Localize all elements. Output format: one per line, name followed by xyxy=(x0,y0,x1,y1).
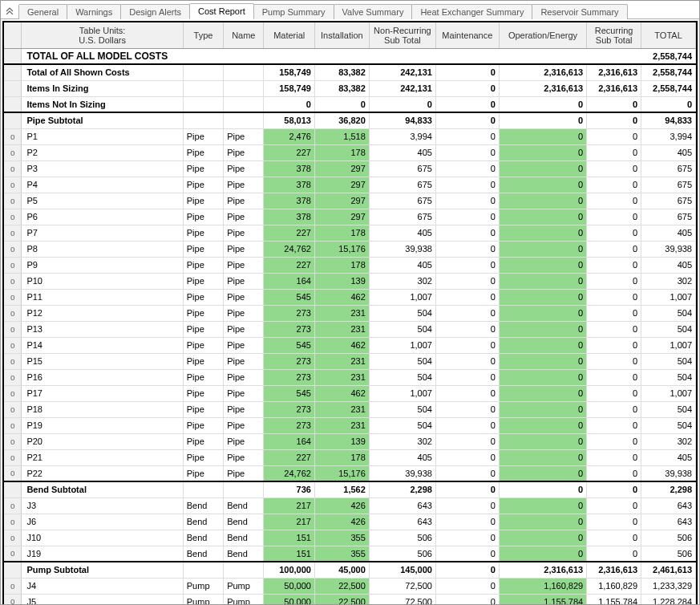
row-label[interactable]: J10 xyxy=(22,530,183,546)
grand-total-label[interactable]: TOTAL OF ALL MODEL COSTS xyxy=(22,48,641,64)
cell-total[interactable]: 2,558,744 xyxy=(641,64,696,80)
row-label[interactable]: P20 xyxy=(22,433,183,449)
cell-type[interactable]: Pipe xyxy=(183,353,223,369)
cell-operation-energy[interactable]: 0 xyxy=(499,96,586,112)
cell-material[interactable]: 217 xyxy=(264,514,314,530)
cell-material[interactable]: 227 xyxy=(264,225,314,241)
cell-recurring-subtotal[interactable]: 1,155,784 xyxy=(587,594,641,604)
cell-material[interactable]: 227 xyxy=(264,144,314,160)
row-marker[interactable]: o xyxy=(4,465,22,481)
cell-total[interactable]: 405 xyxy=(641,257,696,273)
cell-installation[interactable]: 45,000 xyxy=(314,562,369,578)
cell-nonrecurring-subtotal[interactable]: 504 xyxy=(369,353,435,369)
cell-material[interactable]: 227 xyxy=(264,257,314,273)
row-label[interactable]: P7 xyxy=(22,225,183,241)
cell-name[interactable]: Pipe xyxy=(224,401,264,417)
cell-material[interactable]: 273 xyxy=(264,321,314,337)
cell-maintenance[interactable]: 0 xyxy=(435,225,499,241)
cell-installation[interactable]: 297 xyxy=(314,193,369,209)
col-type[interactable]: Type xyxy=(183,22,223,48)
cell-type[interactable]: Pipe xyxy=(183,273,223,289)
row-label[interactable]: P11 xyxy=(22,289,183,305)
cell-maintenance[interactable]: 0 xyxy=(435,465,499,481)
cell-type[interactable]: Pipe xyxy=(183,241,223,257)
cell-installation[interactable]: 22,500 xyxy=(314,594,369,604)
cell-maintenance[interactable]: 0 xyxy=(435,209,499,225)
cell-operation-energy[interactable]: 0 xyxy=(499,385,586,401)
cell-material[interactable]: 273 xyxy=(264,305,314,321)
cell-total[interactable]: 39,938 xyxy=(641,465,696,481)
cell-operation-energy[interactable]: 0 xyxy=(499,177,586,193)
cell-maintenance[interactable]: 0 xyxy=(435,449,499,465)
cell-total[interactable]: 504 xyxy=(641,401,696,417)
cell-maintenance[interactable]: 0 xyxy=(435,289,499,305)
col-recurring-subtotal[interactable]: Recurring Sub Total xyxy=(587,22,641,48)
cell-nonrecurring-subtotal[interactable]: 94,833 xyxy=(369,112,435,128)
cell-type[interactable]: Pump xyxy=(183,578,223,594)
cell-operation-energy[interactable]: 0 xyxy=(499,546,586,562)
cell-operation-energy[interactable]: 0 xyxy=(499,144,586,160)
cell-type[interactable] xyxy=(183,64,223,80)
cell-material[interactable]: 545 xyxy=(264,385,314,401)
cell-operation-energy[interactable]: 0 xyxy=(499,273,586,289)
cell-total[interactable]: 643 xyxy=(641,497,696,514)
row-marker[interactable]: o xyxy=(4,128,22,144)
cell-total[interactable]: 39,938 xyxy=(641,241,696,257)
cell-material[interactable]: 545 xyxy=(264,337,314,353)
tab-design-alerts[interactable]: Design Alerts xyxy=(120,4,190,19)
row-marker[interactable] xyxy=(4,562,22,578)
row-marker[interactable]: o xyxy=(4,578,22,594)
subtotal-label[interactable]: Pump Subtotal xyxy=(22,562,183,578)
cell-type[interactable] xyxy=(183,96,223,112)
cell-operation-energy[interactable]: 0 xyxy=(499,128,586,144)
cell-material[interactable]: 273 xyxy=(264,369,314,385)
cell-recurring-subtotal[interactable]: 0 xyxy=(587,417,641,433)
cell-installation[interactable]: 426 xyxy=(314,514,369,530)
cell-installation[interactable]: 178 xyxy=(314,257,369,273)
cell-type[interactable]: Pipe xyxy=(183,337,223,353)
tab-heat-exchanger-summary[interactable]: Heat Exchanger Summary xyxy=(411,4,532,19)
cell-operation-energy[interactable]: 0 xyxy=(499,449,586,465)
cell-recurring-subtotal[interactable]: 0 xyxy=(587,257,641,273)
row-label[interactable]: P15 xyxy=(22,353,183,369)
row-marker[interactable]: o xyxy=(4,497,22,514)
cell-operation-energy[interactable]: 0 xyxy=(499,193,586,209)
cell-total[interactable]: 2,298 xyxy=(641,481,696,497)
grand-total-value[interactable]: 2,558,744 xyxy=(641,48,696,64)
cell-operation-energy[interactable]: 0 xyxy=(499,481,586,497)
cell-operation-energy[interactable]: 0 xyxy=(499,433,586,449)
row-marker[interactable]: o xyxy=(4,177,22,193)
cell-type[interactable]: Pipe xyxy=(183,433,223,449)
cell-recurring-subtotal[interactable]: 0 xyxy=(587,321,641,337)
cell-installation[interactable]: 297 xyxy=(314,209,369,225)
cell-total[interactable]: 1,007 xyxy=(641,289,696,305)
row-label[interactable]: J19 xyxy=(22,546,183,562)
cell-nonrecurring-subtotal[interactable]: 504 xyxy=(369,305,435,321)
cell-name[interactable]: Pipe xyxy=(224,417,264,433)
cell-maintenance[interactable]: 0 xyxy=(435,417,499,433)
cell-nonrecurring-subtotal[interactable]: 675 xyxy=(369,209,435,225)
cell-maintenance[interactable]: 0 xyxy=(435,369,499,385)
cell-recurring-subtotal[interactable]: 0 xyxy=(587,112,641,128)
row-marker[interactable]: o xyxy=(4,433,22,449)
cell-installation[interactable]: 231 xyxy=(314,369,369,385)
row-label[interactable]: P12 xyxy=(22,305,183,321)
cell-type[interactable]: Bend xyxy=(183,514,223,530)
row-label[interactable]: P18 xyxy=(22,401,183,417)
row-label[interactable]: J5 xyxy=(22,594,183,604)
cell-recurring-subtotal[interactable]: 0 xyxy=(587,289,641,305)
cell-nonrecurring-subtotal[interactable]: 675 xyxy=(369,177,435,193)
cell-type[interactable]: Pipe xyxy=(183,289,223,305)
cell-recurring-subtotal[interactable]: 2,316,613 xyxy=(587,562,641,578)
cell-material[interactable]: 58,013 xyxy=(264,112,314,128)
cell-maintenance[interactable]: 0 xyxy=(435,481,499,497)
row-label[interactable]: P14 xyxy=(22,337,183,353)
row-marker[interactable]: o xyxy=(4,546,22,562)
cell-recurring-subtotal[interactable]: 0 xyxy=(587,96,641,112)
cell-name[interactable]: Pipe xyxy=(224,257,264,273)
cell-name[interactable]: Pipe xyxy=(224,321,264,337)
cell-maintenance[interactable]: 0 xyxy=(435,401,499,417)
cell-name[interactable]: Pipe xyxy=(224,128,264,144)
cell-type[interactable]: Bend xyxy=(183,497,223,514)
cell-material[interactable]: 273 xyxy=(264,417,314,433)
